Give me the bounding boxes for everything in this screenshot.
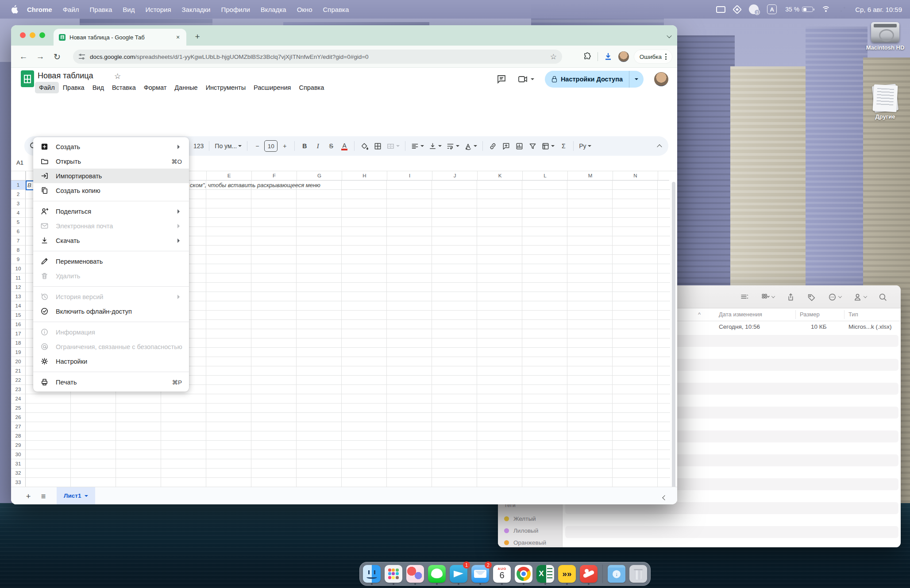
document-title[interactable]: Новая таблица [38,71,93,81]
sheets-menu-формат[interactable]: Формат [140,82,171,93]
row-header-15[interactable]: 15 [11,311,26,320]
row-header-26[interactable]: 26 [11,413,26,422]
insert-chart-icon[interactable] [513,140,525,152]
close-window-button[interactable] [20,32,26,38]
dock-trash[interactable] [629,563,648,584]
site-info-icon[interactable] [78,53,85,60]
row-header-33[interactable]: 33 [11,478,26,487]
vertical-align-icon[interactable] [427,140,443,152]
more-options-icon[interactable] [828,292,841,302]
sheets-menu-инструменты[interactable]: Инструменты [202,82,250,93]
finder-tag-оранжевый[interactable]: Оранжевый [504,537,557,547]
sheets-logo-icon[interactable] [21,70,34,87]
row-header-14[interactable]: 14 [11,301,26,311]
row-header-25[interactable]: 25 [11,404,26,413]
sheets-menu-файл[interactable]: Файл [35,82,59,93]
row-header-6[interactable]: 6 [11,227,26,236]
row-header-12[interactable]: 12 [11,283,26,292]
column-header-M[interactable]: M [567,171,613,181]
sheets-menu-правка[interactable]: Правка [59,82,89,93]
row-header-22[interactable]: 22 [11,376,26,385]
sheets-menu-данные[interactable]: Данные [170,82,201,93]
video-call-icon[interactable] [517,74,528,85]
file-menu-item-поделиться[interactable]: Поделиться [33,204,189,219]
reload-button[interactable]: ↻ [51,50,63,63]
sort-indicator-icon[interactable]: ^ [698,311,701,318]
row-header-8[interactable]: 8 [11,246,26,255]
row-header-3[interactable]: 3 [11,199,26,208]
screen-recording-icon[interactable]: 1 [749,4,759,14]
input-source-icon[interactable]: A [767,4,777,14]
share-button[interactable]: Настройки Доступа [545,71,644,88]
horizontal-align-icon[interactable] [409,140,426,152]
dock-app-chrome[interactable] [514,563,533,584]
row-header-17[interactable]: 17 [11,329,26,338]
menubar-item-файл[interactable]: Файл [58,0,85,19]
row-header-13[interactable]: 13 [11,292,26,301]
browser-menu-icon[interactable] [665,54,667,60]
row-header-23[interactable]: 23 [11,385,26,394]
finder-column-date[interactable]: Дата изменения [719,311,762,318]
text-rotation-icon[interactable] [462,140,479,152]
dock-app-finder[interactable] [362,563,381,584]
sheets-menu-вставка[interactable]: Вставка [108,82,140,93]
extensions-icon[interactable] [582,52,592,61]
forward-button[interactable]: → [34,50,46,63]
finder-tag-лиловый[interactable]: Лиловый [504,525,557,537]
dock-downloads[interactable]: ↓ [607,563,626,584]
menubar-clock[interactable]: Ср, 6 авг. 10:59 [855,6,902,13]
font-size-input[interactable]: 10 [264,140,278,152]
insert-link-icon[interactable] [486,140,499,152]
column-header-I[interactable]: I [387,171,432,181]
list-view-icon[interactable] [740,292,749,302]
row-header-20[interactable]: 20 [11,357,26,366]
dock-app-calendar[interactable]: AUG6 [493,563,511,584]
dock-app-miro[interactable]: »» [558,563,576,584]
error-button[interactable]: Ошибка [634,50,672,63]
row-header-11[interactable]: 11 [11,273,26,283]
file-menu-item-скачать[interactable]: Скачать [33,233,189,248]
dock-app-freeform[interactable] [406,563,424,584]
menubar-app-name[interactable]: Chrome [22,0,58,19]
back-button[interactable]: ← [17,50,30,63]
dock-app-messages[interactable] [428,563,446,584]
row-header-5[interactable]: 5 [11,218,26,227]
row-header-28[interactable]: 28 [11,431,26,441]
sheet-tab-menu-icon[interactable] [85,495,88,499]
row-header-2[interactable]: 2 [11,190,26,199]
row-header-9[interactable]: 9 [11,255,26,264]
file-menu-item-создать-копию[interactable]: Создать копию [33,183,189,198]
comment-history-icon[interactable] [496,74,507,85]
row-header-24[interactable]: 24 [11,394,26,404]
menubar-item-история[interactable]: История [140,0,176,19]
add-sheet-button[interactable]: + [23,491,34,502]
account-avatar[interactable] [654,72,668,86]
all-sheets-button[interactable]: ≡ [38,491,49,502]
row-header-29[interactable]: 29 [11,441,26,450]
dock-app-launchpad[interactable] [384,563,403,584]
increase-font-size-button[interactable]: + [278,140,291,152]
font-selector[interactable]: По ум... [213,140,243,152]
downloads-icon[interactable] [603,52,613,61]
menubar-item-правка[interactable]: Правка [85,0,118,19]
desktop-icon-others[interactable]: Другие [864,85,906,120]
share-dropdown-button[interactable] [629,71,644,88]
row-header-30[interactable]: 30 [11,450,26,459]
file-menu-item-создать[interactable]: Создать [33,139,189,154]
user-icon[interactable] [853,292,867,302]
address-bar[interactable]: docs.google.com/spreadsheets/d/1-yyKgwLU… [73,50,562,64]
finder-tag-желтый[interactable]: Желтый [504,513,557,525]
hide-toolbar-icon[interactable] [658,142,661,150]
insert-comment-icon[interactable] [500,140,512,152]
row-header-19[interactable]: 19 [11,348,26,357]
column-header-G[interactable]: G [297,171,342,181]
create-filter-icon[interactable] [526,140,539,152]
table-views-icon[interactable] [540,140,556,152]
column-header-F[interactable]: F [251,171,297,181]
row-header-27[interactable]: 27 [11,422,26,431]
vertical-scrollbar[interactable] [671,171,676,483]
column-header-J[interactable]: J [432,171,477,181]
text-wrap-icon[interactable] [444,140,461,152]
functions-button[interactable]: Σ [557,140,570,152]
decrease-font-size-button[interactable]: − [251,140,263,152]
